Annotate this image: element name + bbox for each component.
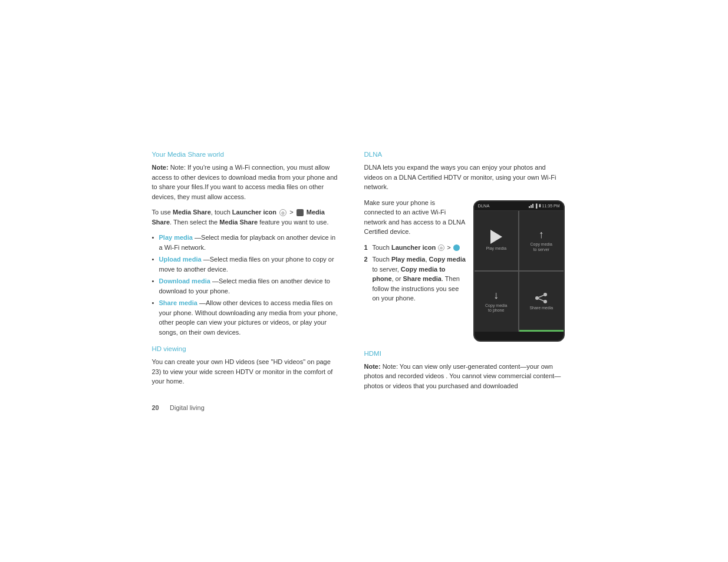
share-media-label: Share media [159, 299, 197, 306]
download-media-item: Download media —Select media files on an… [152, 276, 341, 296]
play-media-step2: Play media [391, 256, 425, 263]
dlna-step-2: 2 Touch Play media, Copy media to server… [364, 254, 565, 303]
hdmi-note: Note: Note: You can view only user-gener… [364, 362, 565, 391]
battery-icon: ▮ [539, 203, 541, 208]
note-paragraph: Note: Note: If you're using a Wi-Fi conn… [152, 163, 341, 201]
copy-phone-label: Copy mediato phone [485, 303, 507, 313]
features-list: Play media —Select media for playback on… [152, 233, 341, 337]
dlna-steps: 1 Touch Launcher icon ⊙ > 2 Touch Play m… [364, 243, 565, 303]
dlna-status-label: DLNA [478, 203, 490, 209]
dlna-section: DLNA DLNA lets you expand the ways you c… [364, 151, 565, 342]
upload-icon: ↑ [536, 229, 546, 240]
launcher-bold-step1: Launcher icon [391, 244, 436, 251]
hdmi-heading: HDMI [364, 350, 565, 357]
launcher-icon: ⊙ [279, 209, 286, 216]
time-display: 11:35 PM [542, 204, 560, 208]
launcher-para: To use Media Share, touch Launcher icon … [152, 207, 341, 227]
hd-heading: HD viewing [152, 345, 341, 352]
dlna-step-1: 1 Touch Launcher icon ⊙ > [364, 243, 565, 253]
page-content: Your Media Share world Note: Note: If yo… [140, 139, 588, 423]
step-2-num: 2 [364, 254, 368, 265]
share-media-step2: Share media [403, 275, 441, 282]
copy-media-step2: Copy media [429, 256, 466, 263]
upload-media-item: Upload media —Select media files on your… [152, 254, 341, 274]
page-container: Your Media Share world Note: Note: If yo… [0, 0, 728, 562]
media-share-heading: Your Media Share world [152, 151, 341, 158]
signal-bars-icon [529, 203, 533, 208]
hd-text: You can create your own HD videos (see "… [152, 357, 341, 386]
status-icons: ▐ ▮ 11:35 PM [529, 203, 560, 208]
share-cell-label: Share media [529, 306, 553, 310]
note-label: Note: [152, 164, 169, 171]
download-media-label: Download media [159, 277, 210, 285]
page-number: 20 [152, 404, 159, 411]
play-icon [490, 230, 502, 244]
green-bar [519, 330, 564, 332]
left-column: Your Media Share world Note: Note: If yo… [152, 151, 341, 411]
upload-media-label: Upload media [159, 256, 202, 263]
dlna-heading: DLNA [364, 151, 565, 158]
hdmi-note-label: Note: [364, 363, 381, 370]
dlna-description: DLNA lets you expand the ways you can en… [364, 163, 565, 192]
media-share-bold: Media Share [173, 209, 211, 216]
play-media-item: Play media —Select media for playback on… [152, 233, 341, 252]
dlna-app-icon [453, 244, 460, 251]
dlna-content: DLNA ▐ ▮ 11:35 PM [364, 198, 565, 342]
phone-status-bar: DLNA ▐ ▮ 11:35 PM [475, 201, 564, 211]
media-share-app-icon [297, 209, 304, 216]
media-share-bold3: Media Share [219, 219, 258, 226]
launcher-bold: Launcher icon [232, 209, 276, 216]
share-media-item: Share media —Allow other devices to acce… [152, 298, 341, 337]
launcher-icon-2: ⊙ [438, 244, 444, 251]
hdmi-note-text: Note: You can view only user-generated c… [364, 363, 561, 389]
signal-strength-icon: ▐ [535, 204, 538, 208]
hd-section: HD viewing You can create your own HD vi… [152, 345, 341, 386]
play-media-label: Play media [159, 234, 193, 241]
right-column: DLNA DLNA lets you expand the ways you c… [364, 151, 565, 411]
note-content: Note: If you're using a Wi-Fi connection… [152, 164, 338, 200]
page-footer: 20 Digital living [152, 404, 341, 411]
hdmi-section: HDMI Note: Note: You can view only user-… [364, 350, 565, 391]
step-1-num: 1 [364, 243, 368, 253]
footer-spacer [161, 404, 168, 411]
footer-text: Digital living [170, 404, 205, 411]
